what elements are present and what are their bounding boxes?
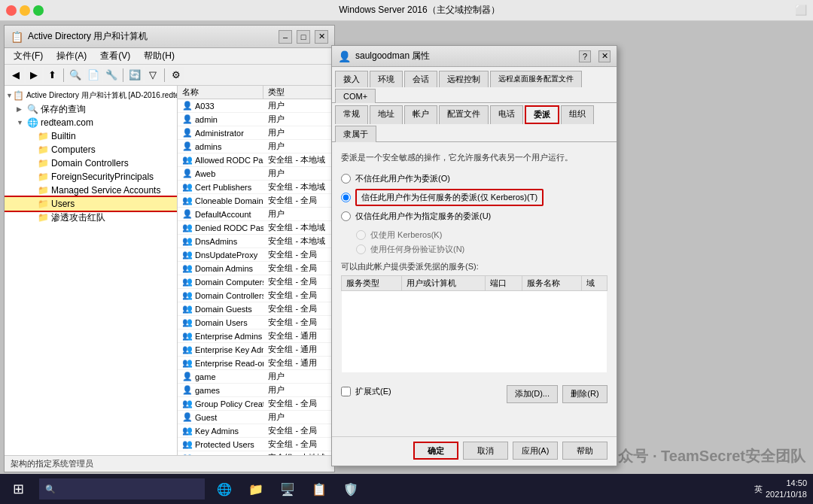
tab-remote-control[interactable]: 远程控制 [439,71,489,87]
dialog-help-btn[interactable]: ? [579,50,591,62]
list-row[interactable]: 👥Denied RODC Pass...安全组 - 本地域 [178,221,334,235]
tree-item-msa[interactable]: 📁 Managed Service Accounts [5,184,177,197]
list-row[interactable]: 👥Group Policy Creato...安全组 - 全局 [178,397,334,411]
toolbar-refresh[interactable]: 🔄 [126,67,143,83]
toolbar-search[interactable]: 🔍 [67,67,84,83]
tab-profile[interactable]: 配置文件 [439,105,489,124]
list-row[interactable]: 👤admin用户 [178,113,334,126]
remove-btn[interactable]: 删除(R) [562,385,607,403]
add-btn[interactable]: 添加(D)... [507,385,558,403]
tab-dialin[interactable]: 拨入 [335,71,368,87]
list-row[interactable]: 👤A033用户 [178,99,334,113]
col-service-type[interactable]: 服务类型 [342,275,402,290]
list-row[interactable]: 👤games用户 [178,384,334,397]
max-btn[interactable] [33,5,44,16]
tab-env[interactable]: 环境 [370,71,403,87]
col-domain[interactable]: 域 [582,275,607,290]
taskbar-app3[interactable]: 🛡️ [337,475,364,502]
tab-delegation[interactable]: 委派 [525,105,559,124]
tree-item-fsp[interactable]: 📁 ForeignSecurityPrincipals [5,170,177,184]
list-row[interactable]: 👤Aweb用户 [178,167,334,181]
ok-btn[interactable]: 确定 [413,442,458,460]
aduc-close-btn[interactable]: ✕ [315,30,328,44]
close-btn[interactable] [6,5,17,16]
expand-checkbox[interactable] [341,387,351,396]
list-row[interactable]: 👥Protected Users安全组 - 全局 [178,438,334,451]
list-row[interactable]: 👥DnsUpdateProxy安全组 - 全局 [178,248,334,262]
toolbar-forward[interactable]: ▶ [26,67,42,83]
list-row[interactable]: 👥Allowed RODC Pass...安全组 - 本地域 [178,153,334,167]
menu-view[interactable]: 查看(V) [94,48,136,64]
list-row[interactable]: 👥Key Admins安全组 - 全局 [178,424,334,438]
list-row[interactable]: 👥Domain Controllers安全组 - 全局 [178,289,334,302]
radio-trust-any-input[interactable] [341,193,351,202]
list-row[interactable]: 👤game用户 [178,370,334,384]
list-row[interactable]: 👥Cloneable Domain C...安全组 - 全局 [178,194,334,208]
tab-general[interactable]: 常规 [335,105,368,124]
list-row[interactable]: 👥Domain Admins安全组 - 全局 [178,262,334,275]
toolbar-properties[interactable]: 🔧 [103,67,120,83]
taskbar-search[interactable]: 🔍 [39,478,205,499]
radio-no-trust[interactable]: 不信任此用户作为委派(O) [341,173,607,184]
tab-address[interactable]: 地址 [370,105,403,124]
list-row[interactable]: 👥Domain Computers安全组 - 全局 [178,275,334,289]
top-restore-btn[interactable]: ⬜ [795,5,807,16]
radio-no-trust-input[interactable] [341,174,351,184]
list-row[interactable]: 👤DefaultAccount用户 [178,208,334,221]
tab-rdp-profile[interactable]: 远程桌面服务配置文件 [490,71,582,87]
list-row[interactable]: 👤admins用户 [178,140,334,153]
start-button[interactable]: ⊞ [0,474,36,504]
dialog-close-btn[interactable]: ✕ [598,50,611,62]
taskbar-explorer[interactable]: 📁 [242,475,269,502]
taskbar-ie[interactable]: 🌐 [211,475,238,502]
taskbar-app1[interactable]: 🖥️ [274,475,301,502]
menu-file[interactable]: 文件(F) [8,48,49,64]
aduc-min-btn[interactable]: – [279,30,292,44]
list-row[interactable]: 👤Administrator用户 [178,126,334,140]
tab-account[interactable]: 帐户 [404,105,437,124]
min-btn[interactable] [20,5,30,16]
col-type[interactable]: 类型 [263,86,334,99]
menu-action[interactable]: 操作(A) [50,48,93,64]
cancel-btn[interactable]: 取消 [463,442,508,460]
radio-trust-any[interactable]: 信任此用户作为任何服务的委派(仅 Kerberos)(T) [341,189,607,206]
tab-phone[interactable]: 电话 [490,105,523,124]
col-port[interactable]: 端口 [485,275,522,290]
tab-session[interactable]: 会话 [404,71,437,87]
toolbar-extra[interactable]: ⚙ [168,67,184,83]
col-name[interactable]: 名称 [178,86,263,99]
list-row[interactable]: 👤Guest用户 [178,411,334,424]
list-row[interactable]: 👥DnsAdmins安全组 - 本地域 [178,235,334,248]
aduc-max-btn[interactable]: □ [297,30,310,44]
tree-root[interactable]: ▼ 📋 Active Directory 用户和计算机 [AD-2016.red… [5,89,177,102]
tab-com[interactable]: COM+ [335,89,376,103]
help-btn[interactable]: 帮助 [562,442,607,460]
tab-member-of[interactable]: 隶属于 [335,126,376,142]
list-row[interactable]: 👥Domain Users安全组 - 全局 [178,316,334,329]
list-row[interactable]: 👥Domain Guests安全组 - 全局 [178,302,334,316]
list-row[interactable]: 👥Enterprise Admins安全组 - 通用 [178,329,334,343]
toolbar-filter[interactable]: ▽ [145,67,161,83]
radio-trust-specified[interactable]: 仅信任此用户作为指定服务的委派(U) [341,211,607,222]
tree-item-dc[interactable]: 📁 Domain Controllers [5,156,177,170]
apply-btn[interactable]: 应用(A) [513,442,558,460]
tab-org[interactable]: 组织 [561,105,594,124]
tree-item-redteam[interactable]: 📁 渗透攻击红队 [5,211,177,224]
toolbar-back[interactable]: ◀ [8,67,24,83]
toolbar-new[interactable]: 📄 [85,67,102,83]
taskbar-app2[interactable]: 📋 [306,475,333,502]
toolbar-up[interactable]: ⬆ [44,67,60,83]
menu-help[interactable]: 帮助(H) [138,48,181,64]
radio-trust-specified-input[interactable] [341,211,351,221]
list-row[interactable]: 👥Cert Publishers安全组 - 本地域 [178,181,334,194]
tree-saved-queries[interactable]: ▶ 🔍 保存的查询 [5,102,177,116]
tree-item-users[interactable]: 📁 Users [5,197,177,211]
col-user-computer[interactable]: 用户或计算机 [401,275,485,290]
list-row[interactable]: 👥Enterprise Key Admi...安全组 - 通用 [178,343,334,357]
tree-domain[interactable]: ▼ 🌐 redteam.com [5,116,177,129]
list-row[interactable]: 👥Enterprise Read-onl...安全组 - 通用 [178,357,334,370]
tree-item-computers[interactable]: 📁 Computers [5,143,177,156]
delegation-desc: 委派是一个安全敏感的操作，它允许服务代表另一个用户运行。 [341,151,607,164]
col-service-name[interactable]: 服务名称 [522,275,582,290]
tree-item-builtin[interactable]: 📁 Builtin [5,129,177,143]
